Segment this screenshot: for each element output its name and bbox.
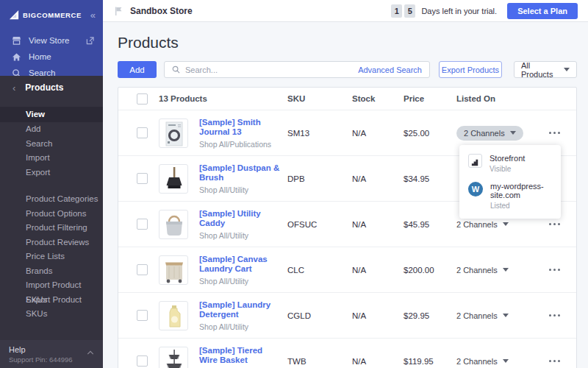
product-name-link[interactable]: [Sample] Smith Journal 13 (199, 118, 283, 137)
product-filter-dropdown[interactable]: All Products (514, 61, 577, 78)
row-checkbox[interactable] (137, 310, 148, 321)
products-submenu: View Add Search Import Export Product Ca… (0, 107, 103, 307)
row-checkbox[interactable] (137, 355, 148, 367)
price-cell: $119.95 (404, 357, 456, 366)
channel-item-wordpress[interactable]: W my-wordpress-site.com Listed (459, 177, 561, 214)
sidebar-item-product-search[interactable]: Search (0, 137, 103, 152)
price-cell: $29.95 (404, 311, 456, 320)
products-table: 13 Products SKU Stock Price Listed On [S… (118, 87, 577, 368)
row-checkbox[interactable] (137, 173, 148, 184)
stock-cell: N/A (352, 129, 404, 138)
product-category: Shop All/Utility (199, 185, 283, 194)
export-products-button[interactable]: Export Products (439, 61, 502, 78)
channels-dropdown[interactable]: 2 Channels (456, 220, 536, 229)
stock-cell: N/A (352, 174, 404, 183)
trial-digit-ones: 5 (404, 4, 415, 18)
sku-cell: TWB (287, 357, 352, 366)
back-chevron-icon[interactable]: ‹ (12, 82, 15, 93)
chevron-up-icon[interactable] (87, 350, 94, 355)
submenu-divider (0, 180, 103, 192)
row-actions-button[interactable] (546, 311, 563, 319)
add-product-button[interactable]: Add (118, 61, 157, 78)
trial-text: Days left in your trial. (421, 7, 497, 15)
chevron-down-icon (503, 222, 509, 226)
top-header-bar: Sandbox Store 1 5 Days left in your tria… (103, 0, 588, 22)
wordpress-icon: W (468, 182, 483, 197)
search-box[interactable]: Advanced Search (164, 61, 430, 78)
channels-dropdown[interactable]: 2 Channels (456, 266, 536, 275)
sidebar-item-product-options[interactable]: Product Options (0, 207, 103, 222)
product-category: Shop All/Utility (199, 231, 283, 240)
support-pin: Support Pin: 644996 (9, 355, 94, 364)
row-actions-button[interactable] (546, 129, 563, 137)
storefront-icon (12, 36, 21, 46)
store-name: Sandbox Store (130, 6, 391, 16)
product-name-link[interactable]: [Sample] Utility Caddy (199, 209, 283, 228)
products-section-title: Products (25, 82, 63, 93)
select-all-checkbox[interactable] (137, 93, 148, 105)
product-name-link[interactable]: [Sample] Canvas Laundry Cart (199, 255, 283, 274)
channels-dropdown-open[interactable]: 2 Channels (456, 126, 523, 141)
sidebar-item-import-product-skus[interactable]: Import Product SKUs (0, 278, 103, 293)
sidebar-collapse-button[interactable]: « (90, 10, 96, 21)
row-actions-button[interactable] (546, 266, 563, 274)
select-plan-button[interactable]: Select a Plan (507, 3, 578, 19)
stock-cell: N/A (352, 357, 404, 366)
sidebar-item-price-lists[interactable]: Price Lists (0, 250, 103, 264)
column-header-sku: SKU (287, 94, 352, 103)
stock-cell: N/A (352, 311, 404, 320)
channel-item-storefront[interactable]: Storefront Visible (459, 149, 561, 177)
products-section-header[interactable]: ‹ Products (0, 76, 103, 99)
channels-dropdown[interactable]: 2 Channels (456, 311, 536, 320)
sidebar-top-nav: View Store Home Search (0, 32, 103, 81)
chevron-down-icon (564, 68, 570, 71)
channels-dropdown[interactable]: 2 Channels (456, 357, 536, 366)
sidebar: BIGCOMMERCE « View Store Home Search (0, 0, 103, 368)
sidebar-item-add[interactable]: Add (0, 122, 103, 137)
channels-count: 2 Channels (464, 129, 505, 138)
main-area: Sandbox Store 1 5 Days left in your tria… (103, 0, 588, 368)
product-category: Shop All/Publications (199, 140, 283, 149)
sidebar-item-view-store[interactable]: View Store (0, 32, 103, 49)
table-row: [Sample] Tiered Wire Basket Shop All/Uti… (118, 338, 576, 368)
row-actions-button[interactable] (546, 220, 563, 228)
product-name-link[interactable]: [Sample] Laundry Detergent (199, 300, 283, 319)
sidebar-item-product-reviews[interactable]: Product Reviews (0, 236, 103, 250)
products-toolbar: Add Advanced Search Export Products All … (118, 61, 577, 78)
trial-digit-tens: 1 (391, 4, 402, 18)
row-checkbox[interactable] (137, 264, 148, 275)
sidebar-item-export[interactable]: Export (0, 166, 103, 180)
channels-count: 2 Channels (456, 357, 498, 366)
app-window: BIGCOMMERCE « View Store Home Search (0, 0, 588, 368)
sidebar-item-view[interactable]: View (0, 107, 103, 122)
sidebar-item-brands[interactable]: Brands (0, 264, 103, 279)
row-checkbox[interactable] (137, 219, 148, 230)
product-thumbnail dustpan-brush-icon (159, 164, 188, 194)
table-row: [Sample] Laundry Detergent Shop All/Util… (118, 292, 576, 338)
chevron-down-icon (503, 268, 509, 272)
product-name-link[interactable]: [Sample] Dustpan & Brush (199, 163, 283, 183)
product-thumbnail wire-basket-icon (159, 347, 188, 368)
sidebar-item-export-product-skus[interactable]: Export Product SKUs (0, 293, 103, 308)
help-panel[interactable]: Help Support Pin: 644996 (0, 340, 103, 368)
sidebar-top-section: BIGCOMMERCE « View Store Home Search (0, 0, 103, 76)
store-flag-icon (113, 6, 123, 16)
channel-status: Visible (490, 165, 525, 173)
row-actions-button[interactable] (546, 357, 563, 365)
sidebar-item-product-categories[interactable]: Product Categories (0, 192, 103, 207)
sidebar-item-import[interactable]: Import (0, 151, 103, 166)
product-category: Shop All/Utility (199, 322, 283, 331)
product-category: Shop All/Utility (199, 277, 283, 286)
advanced-search-link[interactable]: Advanced Search (358, 66, 422, 74)
filter-selected-value: All Products (521, 61, 564, 79)
sidebar-item-product-filtering[interactable]: Product Filtering (0, 221, 103, 236)
chevron-down-icon (510, 131, 516, 135)
page-title: Products (118, 34, 577, 52)
bigcommerce-sail-icon (9, 10, 20, 21)
chevron-down-icon (503, 314, 509, 317)
price-cell: $34.95 (404, 174, 456, 183)
row-checkbox[interactable] (137, 127, 148, 138)
sidebar-item-home[interactable]: Home (0, 49, 103, 65)
search-input[interactable] (185, 66, 358, 74)
product-name-link[interactable]: [Sample] Tiered Wire Basket (199, 346, 283, 365)
